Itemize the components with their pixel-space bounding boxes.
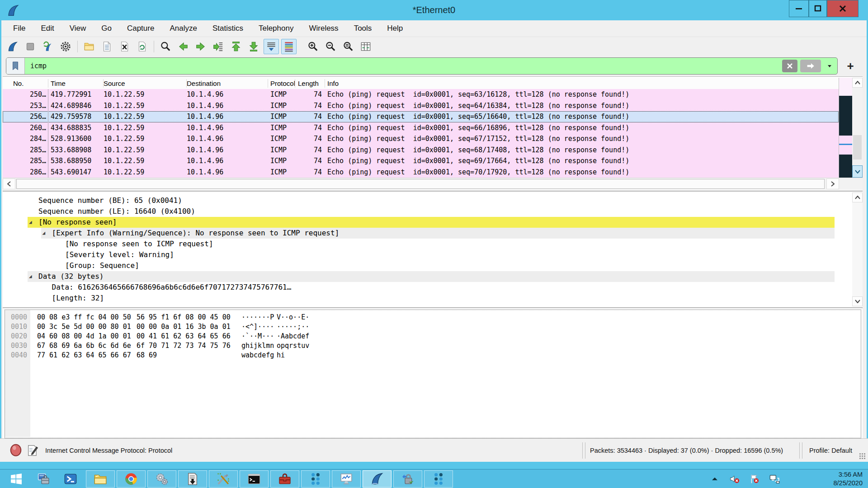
detail-row[interactable]: Data: 6162636465666768696a6b6c6d6e6f7071… xyxy=(3,282,848,293)
menu-capture[interactable]: Capture xyxy=(127,24,154,33)
colorize-toggle[interactable] xyxy=(281,39,297,54)
hex-bytes-1[interactable]: 77 61 62 63 64 65 66 67 xyxy=(37,351,131,360)
detail-row[interactable]: [No response seen to ICMP request] xyxy=(3,239,848,249)
menu-file[interactable]: File xyxy=(13,24,25,33)
close-file-button[interactable] xyxy=(117,39,132,54)
taskbar-file-explorer[interactable] xyxy=(86,470,115,488)
scroll-left-button[interactable] xyxy=(3,178,15,189)
hex-bytes-1[interactable]: 00 08 e3 ff fc 04 00 50 xyxy=(37,313,131,322)
scroll-up-button[interactable] xyxy=(852,78,863,88)
packet-row[interactable]: 285…538.68895010.1.22.5910.1.4.96ICMP74E… xyxy=(3,155,839,167)
menu-help[interactable]: Help xyxy=(387,24,403,33)
go-forward-button[interactable] xyxy=(193,39,208,54)
column-header-length[interactable]: Length xyxy=(298,78,319,89)
intelligent-scrollbar-minimap[interactable] xyxy=(839,78,852,178)
packet-row[interactable]: 250…419.77299110.1.22.5910.1.4.96ICMP74E… xyxy=(3,89,839,100)
open-file-button[interactable] xyxy=(81,39,97,54)
status-profile[interactable]: Profile: Default xyxy=(809,439,852,462)
detail-row[interactable]: ◢[Expert Info (Warning/Sequence): No res… xyxy=(3,228,848,239)
detail-row[interactable]: [Severity level: Warning] xyxy=(3,249,848,260)
stop-capture-button[interactable] xyxy=(23,39,38,54)
close-button[interactable] xyxy=(827,0,859,17)
column-separator[interactable] xyxy=(325,79,325,88)
capture-options-button[interactable] xyxy=(58,39,73,54)
taskbar-server-manager[interactable] xyxy=(31,470,56,488)
taskbar-red-toolbox[interactable] xyxy=(270,470,299,488)
taskbar-remote-lock[interactable] xyxy=(393,470,422,488)
display-filter-input[interactable] xyxy=(25,61,782,70)
menu-analyze[interactable]: Analyze xyxy=(170,24,197,33)
hex-bytes-1[interactable]: 67 68 69 6a 6b 6c 6d 6e xyxy=(37,341,131,351)
save-file-button[interactable] xyxy=(99,39,114,54)
hex-bytes-2[interactable]: 00 00 0a 01 16 3b 0a 01 xyxy=(137,322,231,332)
column-separator[interactable] xyxy=(48,79,48,88)
tray-volume-muted[interactable] xyxy=(727,472,742,486)
zoom-out-button[interactable] xyxy=(323,39,338,54)
column-separator[interactable] xyxy=(103,79,104,88)
detail-row[interactable]: ◢[No response seen] xyxy=(3,217,848,228)
hscrollbar-thumb[interactable] xyxy=(16,179,825,189)
column-header-protocol[interactable]: Protocol xyxy=(270,78,295,89)
hex-ascii-1[interactable]: ghijklmn xyxy=(241,341,274,351)
zoom-100-button[interactable] xyxy=(340,39,356,54)
filter-add-button[interactable]: + xyxy=(843,59,858,73)
taskbar-services-gears[interactable] xyxy=(147,470,176,488)
filter-apply-button[interactable] xyxy=(800,60,821,72)
hex-bytes-1[interactable]: 00 3c 5e 5d 00 00 80 01 xyxy=(37,322,131,332)
resize-columns-button[interactable] xyxy=(358,39,373,54)
find-packet-button[interactable] xyxy=(158,39,173,54)
hex-ascii-2[interactable]: opqrstuv xyxy=(277,341,309,351)
go-to-packet-button[interactable] xyxy=(211,39,226,54)
hex-bytes-2[interactable]: 68 69 xyxy=(137,351,157,360)
hex-ascii-2[interactable]: V··o··E· xyxy=(277,313,309,322)
reload-file-button[interactable] xyxy=(134,39,150,54)
menu-view[interactable]: View xyxy=(70,24,86,33)
tray-chevron-up[interactable] xyxy=(708,472,722,486)
taskbar-installer-doc[interactable] xyxy=(178,470,207,488)
column-separator[interactable] xyxy=(268,79,268,88)
hex-bytes-1[interactable]: 04 60 08 00 4d 1a 00 01 xyxy=(37,332,131,341)
go-back-button[interactable] xyxy=(175,39,191,54)
zoom-in-button[interactable] xyxy=(305,39,321,54)
scroll-down-button[interactable] xyxy=(852,296,863,306)
packet-bytes-pane[interactable]: 000000 08 e3 ff fc 04 00 5056 95 f1 6f 0… xyxy=(3,307,863,439)
menu-wireless[interactable]: Wireless xyxy=(309,24,338,33)
taskbar-start[interactable] xyxy=(4,470,29,488)
taskbar-chrome[interactable] xyxy=(117,470,146,488)
detail-row[interactable]: ◢Data (32 bytes) xyxy=(3,271,848,282)
scroll-down-button[interactable] xyxy=(852,165,863,178)
menu-statistics[interactable]: Statistics xyxy=(212,24,243,33)
column-header-no[interactable]: No. xyxy=(13,78,24,89)
menu-tools[interactable]: Tools xyxy=(354,24,372,33)
column-separator[interactable] xyxy=(186,79,187,88)
detail-row[interactable]: Sequence number (BE): 65 (0x0041) xyxy=(3,195,848,206)
detail-row[interactable]: [Length: 32] xyxy=(3,293,848,304)
taskbar-wireshark-active[interactable] xyxy=(363,470,392,488)
column-header-info[interactable]: Info xyxy=(327,78,339,89)
start-capture-button[interactable] xyxy=(5,39,20,54)
hex-offset[interactable]: 0020 xyxy=(11,332,27,341)
taskbar-admin-tools[interactable] xyxy=(209,470,238,488)
taskbar-app-grid-2[interactable] xyxy=(424,470,453,488)
expander-triangle-icon[interactable]: ◢ xyxy=(29,217,32,228)
hex-ascii-1[interactable]: ·<^]···· xyxy=(241,322,274,332)
hex-bytes-2[interactable]: 56 95 f1 6f 08 00 45 00 xyxy=(137,313,231,322)
auto-scroll-toggle[interactable] xyxy=(264,39,279,54)
capture-comment-button[interactable] xyxy=(26,444,39,457)
packet-row[interactable]: 260…434.68883510.1.22.5910.1.4.96ICMP74E… xyxy=(3,122,839,134)
packet-row-selected[interactable]: 256…429.75957810.1.22.5910.1.4.96ICMP74E… xyxy=(3,111,839,122)
packet-row[interactable]: 253…424.68984610.1.22.5910.1.4.96ICMP74E… xyxy=(3,100,839,112)
hex-bytes-2[interactable]: 00 41 61 62 63 64 65 66 xyxy=(137,332,231,341)
menu-telephony[interactable]: Telephony xyxy=(259,24,294,33)
expander-triangle-icon[interactable]: ◢ xyxy=(29,271,32,282)
packet-row[interactable]: 286…543.69014710.1.22.5910.1.4.96ICMP74E… xyxy=(3,167,839,178)
resize-grip[interactable] xyxy=(859,453,865,459)
scroll-right-button[interactable] xyxy=(826,178,839,189)
hex-offset[interactable]: 0010 xyxy=(11,322,27,332)
column-header-time[interactable]: Time xyxy=(51,78,66,89)
details-vscrollbar[interactable] xyxy=(852,192,863,306)
scrollbar-thumb[interactable] xyxy=(853,135,862,160)
hex-offset[interactable]: 0000 xyxy=(11,313,27,322)
packet-row[interactable]: 284…528.91360010.1.22.5910.1.4.96ICMP74E… xyxy=(3,133,839,145)
hex-ascii-2[interactable]: ·Aabcdef xyxy=(277,332,309,341)
